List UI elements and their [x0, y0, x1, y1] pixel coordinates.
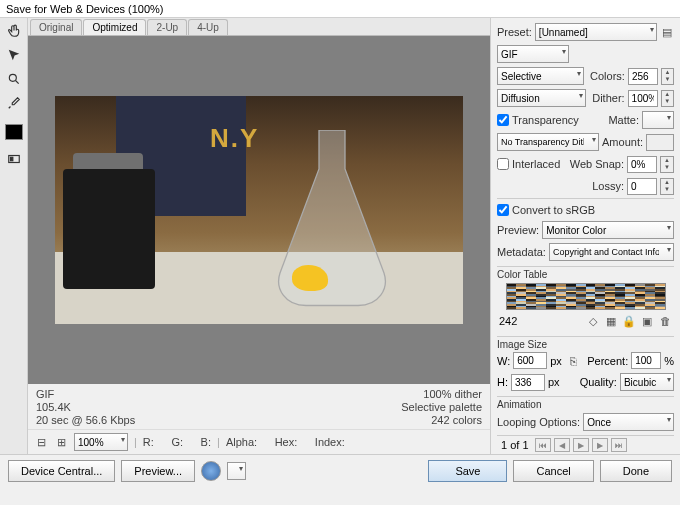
height-input[interactable]	[511, 374, 545, 391]
tool-strip	[0, 18, 28, 454]
zoom-select[interactable]: 100%	[74, 433, 128, 451]
color-count: 242	[499, 315, 517, 327]
status-size: 105.4K	[36, 401, 135, 414]
tab-original[interactable]: Original	[30, 19, 82, 35]
percent-input[interactable]	[631, 352, 661, 369]
colors-stepper[interactable]: ▲▼	[661, 68, 674, 85]
format-select[interactable]: GIF	[497, 45, 569, 63]
ct-new-icon[interactable]: ▣	[640, 314, 654, 328]
ct-diamond-icon[interactable]: ◇	[586, 314, 600, 328]
colors-input[interactable]	[628, 68, 658, 85]
preview-canvas[interactable]: N.Y	[28, 36, 490, 384]
link-icon[interactable]: ⎘	[567, 354, 579, 368]
cancel-button[interactable]: Cancel	[513, 460, 593, 482]
tab-4up[interactable]: 4-Up	[188, 19, 228, 35]
dialog-footer: Device Central... Preview... Save Cancel…	[0, 454, 680, 486]
status-dither: 100% dither	[401, 388, 482, 401]
readout-g: G:	[171, 436, 183, 448]
color-table[interactable]	[506, 283, 666, 310]
looping-select[interactable]: Once	[583, 413, 674, 431]
anim-next-icon[interactable]: ▶	[592, 438, 608, 452]
readout-b: B:	[201, 436, 211, 448]
browser-select[interactable]	[227, 462, 246, 480]
ct-trash-icon[interactable]: 🗑	[658, 314, 672, 328]
width-input[interactable]	[513, 352, 547, 369]
color-table-label: Color Table	[497, 266, 674, 280]
browser-icon[interactable]	[201, 461, 221, 481]
matte-select[interactable]	[642, 111, 674, 129]
quality-select[interactable]: Bicubic	[620, 373, 674, 391]
h-label: H:	[497, 376, 508, 388]
svg-rect-2	[10, 157, 12, 161]
transparency-checkbox[interactable]	[497, 114, 509, 126]
anim-prev-icon[interactable]: ◀	[554, 438, 570, 452]
readout-hex: Hex:	[275, 436, 298, 448]
lossy-label: Lossy:	[592, 180, 624, 192]
preview-image: N.Y	[55, 96, 463, 324]
frame-info: 1 of 1	[501, 439, 529, 451]
readout-index: Index:	[315, 436, 345, 448]
interlaced-label: Interlaced	[512, 158, 560, 170]
metadata-select[interactable]: Copyright and Contact Info	[549, 243, 674, 261]
preview-label: Preview:	[497, 224, 539, 236]
matte-label: Matte:	[608, 114, 639, 126]
hand-tool-icon[interactable]	[5, 22, 23, 40]
ct-lock-icon[interactable]: 🔒	[622, 314, 636, 328]
looping-label: Looping Options:	[497, 416, 580, 428]
interlaced-checkbox[interactable]	[497, 158, 509, 170]
preset-select[interactable]: [Unnamed]	[535, 23, 657, 41]
tab-optimized[interactable]: Optimized	[83, 19, 146, 35]
status-palette: Selective palette	[401, 401, 482, 414]
ct-shift-icon[interactable]: ▦	[604, 314, 618, 328]
anim-play-icon[interactable]: ▶	[573, 438, 589, 452]
px-suffix-w: px	[550, 355, 562, 367]
dither-stepper[interactable]: ▲▼	[661, 90, 674, 107]
lossy-input[interactable]	[627, 178, 657, 195]
anim-first-icon[interactable]: ⏮	[535, 438, 551, 452]
foreground-color-swatch[interactable]	[5, 124, 23, 140]
zoom-minus-icon[interactable]: ⊟	[34, 435, 48, 449]
info-bar: ⊟ ⊞ 100% | R: G: B: | Alpha: Hex: Index:	[28, 429, 490, 454]
zoom-plus-icon[interactable]: ⊞	[54, 435, 68, 449]
tab-2up[interactable]: 2-Up	[147, 19, 187, 35]
anim-last-icon[interactable]: ⏭	[611, 438, 627, 452]
preview-button[interactable]: Preview...	[121, 460, 195, 482]
status-format: GIF	[36, 388, 135, 401]
dither-input[interactable]	[628, 90, 658, 107]
websnap-label: Web Snap:	[570, 158, 624, 170]
readout-r: R:	[143, 436, 154, 448]
device-central-button[interactable]: Device Central...	[8, 460, 115, 482]
image-size-label: Image Size	[497, 336, 674, 350]
animation-label: Animation	[497, 396, 674, 410]
trans-dither-select[interactable]: No Transparency Dither	[497, 133, 599, 151]
colors-label: Colors:	[590, 70, 625, 82]
eyedropper-icon[interactable]	[5, 94, 23, 112]
px-suffix-h: px	[548, 376, 560, 388]
w-label: W:	[497, 355, 510, 367]
convert-srgb-label: Convert to sRGB	[512, 204, 595, 216]
metadata-label: Metadata:	[497, 246, 546, 258]
amount-input	[646, 134, 674, 151]
status-colors: 242 colors	[401, 414, 482, 427]
dither-method-select[interactable]: Diffusion	[497, 89, 586, 107]
window-titlebar: Save for Web & Devices (100%)	[0, 0, 680, 18]
dither-label: Dither:	[592, 92, 624, 104]
preset-menu-icon[interactable]: ▤	[660, 25, 674, 39]
preview-select[interactable]: Monitor Color	[542, 221, 674, 239]
reduction-select[interactable]: Selective	[497, 67, 584, 85]
done-button[interactable]: Done	[600, 460, 672, 482]
lossy-stepper[interactable]: ▲▼	[660, 178, 674, 195]
save-button[interactable]: Save	[428, 460, 507, 482]
convert-srgb-checkbox[interactable]	[497, 204, 509, 216]
svg-point-0	[9, 74, 16, 81]
websnap-input[interactable]	[627, 156, 657, 173]
settings-panel: Preset: [Unnamed] ▤ GIF Selective Colors…	[490, 18, 680, 454]
websnap-stepper[interactable]: ▲▼	[660, 156, 674, 173]
slice-visibility-icon[interactable]	[5, 150, 23, 168]
amount-label: Amount:	[602, 136, 643, 148]
status-timing: 20 sec @ 56.6 Kbps	[36, 414, 135, 427]
quality-label: Quality:	[580, 376, 617, 388]
slice-select-icon[interactable]	[5, 46, 23, 64]
preview-tabs: Original Optimized 2-Up 4-Up	[28, 18, 490, 36]
zoom-tool-icon[interactable]	[5, 70, 23, 88]
